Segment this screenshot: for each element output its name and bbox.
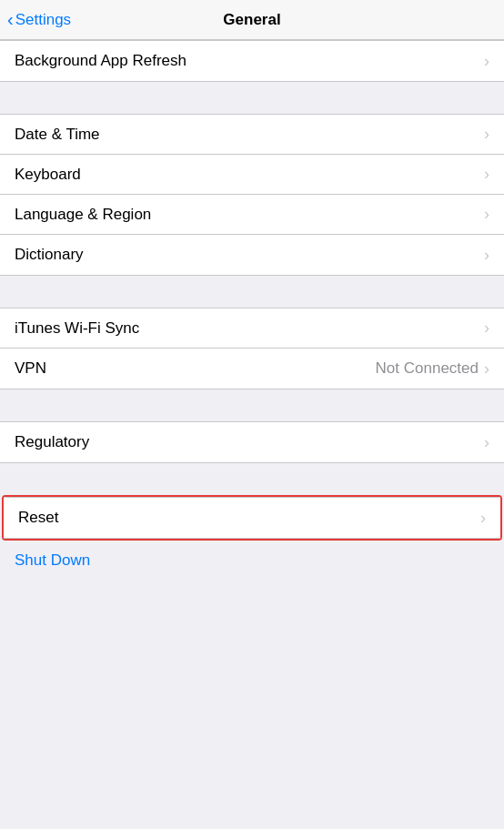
chevron-right-icon: › (484, 359, 489, 379)
section-vpn: iTunes Wi-Fi Sync › VPN Not Connected › (0, 308, 504, 389)
list-item-date-time[interactable]: Date & Time › (0, 115, 504, 155)
section-divider-2 (0, 276, 504, 308)
list-group-regulatory: Regulatory › (0, 421, 504, 463)
list-item-vpn[interactable]: VPN Not Connected › (0, 349, 504, 389)
list-group-date-dict: Date & Time › Keyboard › Language & Regi… (0, 114, 504, 276)
item-label-language-region: Language & Region (15, 206, 151, 224)
section-divider-4 (0, 463, 504, 495)
list-group-reset: Reset › (4, 497, 500, 539)
chevron-right-icon: › (484, 52, 489, 71)
chevron-right-icon: › (484, 318, 489, 338)
item-right-itunes-wifi-sync: › (484, 318, 489, 338)
section-regulatory: Regulatory › (0, 421, 504, 463)
chevron-right-icon: › (484, 125, 489, 144)
page-title: General (223, 11, 280, 29)
list-item-dictionary[interactable]: Dictionary › (0, 235, 504, 275)
item-label-vpn: VPN (15, 359, 46, 378)
item-right-dictionary: › (484, 246, 489, 265)
section-divider-1 (0, 82, 504, 114)
shutdown-button[interactable]: Shut Down (15, 551, 90, 569)
item-label-reset: Reset (18, 509, 58, 527)
item-label-background-app-refresh: Background App Refresh (15, 52, 186, 70)
reset-section: Reset › (2, 495, 502, 541)
chevron-right-icon: › (484, 246, 489, 265)
item-right-language-region: › (484, 205, 489, 224)
list-item-keyboard[interactable]: Keyboard › (0, 155, 504, 195)
item-right-background-app-refresh: › (484, 52, 489, 71)
item-right-regulatory: › (484, 433, 489, 452)
nav-bar: ‹ Settings General (0, 0, 504, 40)
item-label-dictionary: Dictionary (15, 246, 84, 264)
chevron-right-icon: › (484, 205, 489, 224)
item-right-vpn: Not Connected › (376, 359, 489, 379)
section-date-dict: Date & Time › Keyboard › Language & Regi… (0, 114, 504, 276)
shutdown-container: Shut Down (0, 541, 504, 581)
list-item-regulatory[interactable]: Regulatory › (0, 422, 504, 462)
item-label-keyboard: Keyboard (15, 166, 81, 184)
back-button[interactable]: ‹ Settings (7, 11, 71, 29)
item-label-itunes-wifi-sync: iTunes Wi-Fi Sync (15, 319, 139, 338)
back-label: Settings (15, 11, 71, 29)
list-group-top: Background App Refresh › (0, 40, 504, 82)
chevron-right-icon: › (484, 433, 489, 452)
chevron-right-icon: › (480, 509, 486, 528)
chevron-right-icon: › (484, 165, 489, 184)
list-item-language-region[interactable]: Language & Region › (0, 195, 504, 235)
item-right-reset: › (480, 509, 486, 528)
list-item-background-app-refresh[interactable]: Background App Refresh › (0, 41, 504, 81)
item-label-regulatory: Regulatory (15, 433, 89, 451)
item-right-date-time: › (484, 125, 489, 144)
list-item-reset[interactable]: Reset › (4, 498, 500, 538)
chevron-left-icon: ‹ (7, 10, 14, 28)
list-group-vpn: iTunes Wi-Fi Sync › VPN Not Connected › (0, 308, 504, 389)
list-item-itunes-wifi-sync[interactable]: iTunes Wi-Fi Sync › (0, 308, 504, 349)
section-divider-3 (0, 389, 504, 421)
section-top: Background App Refresh › (0, 40, 504, 82)
item-right-keyboard: › (484, 165, 489, 184)
item-label-date-time: Date & Time (15, 126, 100, 144)
vpn-status-value: Not Connected (376, 359, 479, 378)
